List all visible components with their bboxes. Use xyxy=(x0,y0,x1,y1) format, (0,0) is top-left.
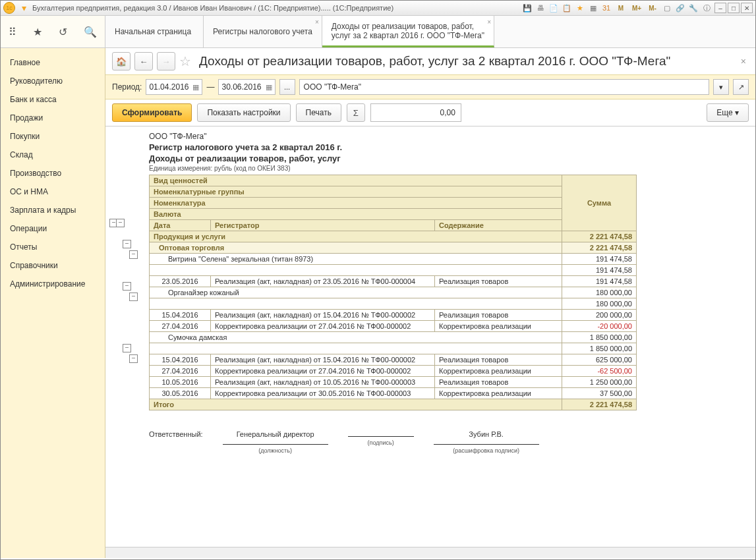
sidebar-item-catalogs[interactable]: Справочники xyxy=(1,256,105,275)
calendar-icon[interactable]: ▦ xyxy=(192,83,199,92)
report-body: ООО "ТФ-Мега" Регистр налогового учета з… xyxy=(149,132,637,454)
sidebar-item-admin[interactable]: Администрирование xyxy=(1,275,105,293)
table-row[interactable]: Продукция и услуги2 221 474,58 xyxy=(150,231,637,242)
forward-button[interactable]: → xyxy=(157,52,175,70)
tree-toggle[interactable]: – xyxy=(129,354,138,363)
close-button[interactable]: ✕ xyxy=(741,3,753,13)
period-picker-button[interactable]: ... xyxy=(279,79,295,95)
sidebar-item-main[interactable]: Главное xyxy=(1,53,105,72)
sidebar-item-sales[interactable]: Продажи xyxy=(1,109,105,127)
sidebar-item-reports[interactable]: Отчеты xyxy=(1,238,105,256)
table-row[interactable]: 15.04.2016Реализация (акт, накладная) от… xyxy=(150,310,637,321)
report-title1: Регистр налогового учета за 2 квартал 20… xyxy=(149,142,637,152)
sum-display: 0,00 xyxy=(370,103,461,122)
params-bar: Период: 01.04.2016▦ — 30.06.2016▦ ... ОО… xyxy=(105,74,755,99)
calendar-icon[interactable]: ▦ xyxy=(266,83,272,92)
report-table: Вид ценностейСумма Номенклатурные группы… xyxy=(149,175,637,410)
doc-icon[interactable]: 📄 xyxy=(548,2,560,14)
tab-start[interactable]: Начальная страница xyxy=(105,16,204,47)
blank-icon[interactable]: ▢ xyxy=(661,2,673,14)
settings-button[interactable]: Показать настройки xyxy=(197,103,290,122)
page-header: 🏠 ← → ☆ Доходы от реализации товаров, ра… xyxy=(105,48,755,74)
table-row[interactable]: Оптовая торговля2 221 474,58 xyxy=(150,242,637,254)
page-title: Доходы от реализации товаров, работ, усл… xyxy=(199,54,670,69)
table-row[interactable]: 15.04.2016Реализация (акт, накладная) от… xyxy=(150,354,637,366)
sidebar: Главное Руководителю Банк и касса Продаж… xyxy=(1,48,105,558)
info-icon[interactable]: ⓘ xyxy=(701,2,712,14)
search-icon[interactable]: 🔍 xyxy=(84,26,97,38)
tools-icon[interactable]: 🔧 xyxy=(687,2,699,14)
window-title: Бухгалтерия предприятия, редакция 3.0 / … xyxy=(32,4,393,12)
print-button[interactable]: Печать xyxy=(296,103,341,122)
tree-toggle[interactable]: – xyxy=(123,282,131,291)
report-org: ООО "ТФ-Мега" xyxy=(149,132,637,141)
page-close-button[interactable]: × xyxy=(738,53,749,69)
quick-bar: ⠿ ★ ↺ 🔍 xyxy=(1,16,105,47)
tree-toggle[interactable]: – xyxy=(129,250,138,259)
sidebar-item-manager[interactable]: Руководителю xyxy=(1,72,105,90)
report-unit: Единица измерения: рубль (код по ОКЕИ 38… xyxy=(149,165,637,172)
apps-icon[interactable]: ⠿ xyxy=(9,26,16,38)
period-label: Период: xyxy=(112,82,142,92)
signature-block: Ответственный: Генеральный директор(долж… xyxy=(149,430,637,454)
maximize-button[interactable]: □ xyxy=(728,3,740,13)
calc-icon[interactable]: ▦ xyxy=(587,2,599,14)
sidebar-item-bank[interactable]: Банк и касса xyxy=(1,90,105,109)
favorite-icon[interactable]: ★ xyxy=(574,2,586,14)
tree-toggle[interactable]: – xyxy=(123,344,131,352)
top-toolbar: ⠿ ★ ↺ 🔍 Начальная страница Регистры нало… xyxy=(1,16,755,48)
print-icon[interactable]: 🖶 xyxy=(535,2,546,14)
save-icon[interactable]: 💾 xyxy=(521,2,533,14)
sidebar-item-assets[interactable]: ОС и НМА xyxy=(1,182,105,201)
sidebar-item-operations[interactable]: Операции xyxy=(1,219,105,238)
tab-close-icon[interactable]: × xyxy=(315,18,319,26)
table-row[interactable]: Сумочка дамская1 850 000,00 xyxy=(150,332,637,343)
zoom-m-icon[interactable]: M xyxy=(614,2,628,14)
tree-toggle[interactable]: – xyxy=(129,293,138,301)
date-to-input[interactable]: 30.06.2016▦ xyxy=(218,79,275,95)
table-row[interactable]: 191 474,58 xyxy=(150,265,637,276)
sigma-button[interactable]: Σ xyxy=(347,103,365,122)
back-button[interactable]: ← xyxy=(134,52,153,70)
zoom-out-icon[interactable]: M- xyxy=(645,2,660,14)
minimize-button[interactable]: – xyxy=(714,3,726,13)
zoom-in-icon[interactable]: M+ xyxy=(629,2,644,14)
home-button[interactable]: 🏠 xyxy=(112,52,131,70)
tab-registers[interactable]: Регистры налогового учета× xyxy=(204,16,322,47)
nav-down-icon[interactable]: ▾ xyxy=(19,3,28,13)
table-row[interactable]: 1 850 000,00 xyxy=(150,343,637,354)
table-row[interactable]: Витрина "Селена" зеркальная (титан 8973)… xyxy=(150,254,637,265)
tab-report[interactable]: Доходы от реализации товаров, работ, усл… xyxy=(322,16,494,47)
org-input[interactable]: ООО "ТФ-Мега" xyxy=(299,79,709,95)
table-row[interactable]: 27.04.2016Корректировка реализации от 27… xyxy=(150,321,637,332)
org-open-button[interactable]: ↗ xyxy=(733,79,749,95)
table-row[interactable]: 23.05.2016Реализация (акт, накладная) от… xyxy=(150,276,637,287)
table-row[interactable]: 27.04.2016Корректировка реализации от 27… xyxy=(150,366,637,377)
run-button[interactable]: Сформировать xyxy=(112,103,192,122)
table-row[interactable]: 180 000,00 xyxy=(150,298,637,310)
calendar-icon[interactable]: 31 xyxy=(600,2,612,14)
table-row[interactable]: 30.05.2016Корректировка реализации от 30… xyxy=(150,388,637,399)
sidebar-item-payroll[interactable]: Зарплата и кадры xyxy=(1,201,105,219)
more-button[interactable]: Еще ▾ xyxy=(707,103,749,122)
clipboard-icon[interactable]: 📋 xyxy=(561,2,573,14)
org-dropdown-button[interactable]: ▾ xyxy=(713,79,729,95)
sidebar-item-stock[interactable]: Склад xyxy=(1,146,105,164)
app-window: 1c ▾ Бухгалтерия предприятия, редакция 3… xyxy=(0,0,756,560)
sidebar-item-purchases[interactable]: Покупки xyxy=(1,127,105,146)
history-icon[interactable]: ↺ xyxy=(59,26,67,38)
sidebar-item-production[interactable]: Производство xyxy=(1,164,105,182)
star-icon[interactable]: ★ xyxy=(33,26,42,38)
table-row[interactable]: 10.05.2016Реализация (акт, накладная) от… xyxy=(150,377,637,388)
tree-toggle[interactable]: – xyxy=(116,219,125,227)
content: 🏠 ← → ☆ Доходы от реализации товаров, ра… xyxy=(105,48,755,558)
date-from-input[interactable]: 01.04.2016▦ xyxy=(146,79,202,95)
report-area[interactable]: – – – – – – – – ООО "ТФ-Мега" Регистр на… xyxy=(105,126,755,547)
report-title2: Доходы от реализации товаров, работ, усл… xyxy=(149,154,637,163)
table-row[interactable]: Органайзер кожаный180 000,00 xyxy=(150,287,637,298)
tree-toggle[interactable]: – xyxy=(123,240,131,248)
tab-close-icon[interactable]: × xyxy=(487,18,491,26)
link-icon[interactable]: 🔗 xyxy=(674,2,686,14)
favorite-toggle[interactable]: ☆ xyxy=(179,53,191,69)
horizontal-scrollbar[interactable] xyxy=(105,547,755,558)
